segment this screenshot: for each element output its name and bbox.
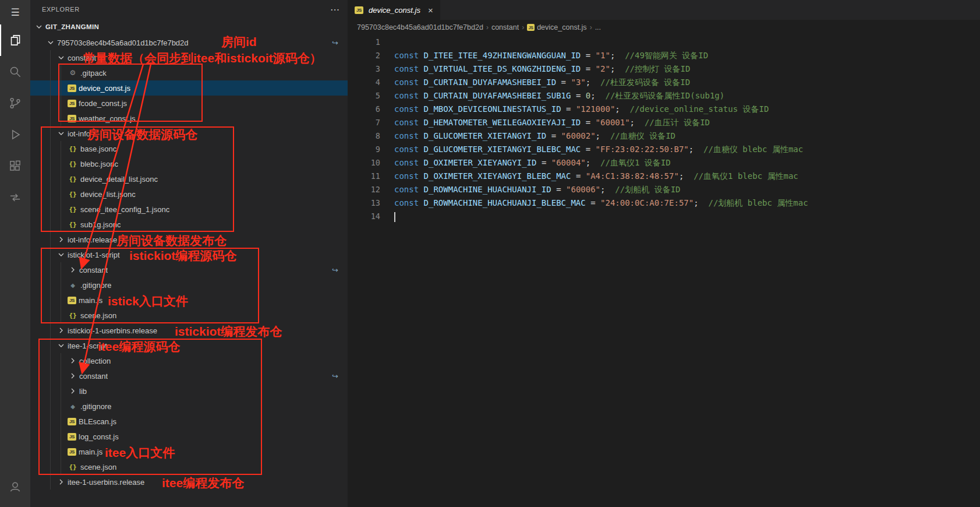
tree-item-label: 795703c8ec4b45a6ad01d1bc7fe7bd2d bbox=[57, 38, 189, 47]
tree-file-.gitignore[interactable]: ◆.gitignore bbox=[30, 399, 348, 414]
tree-file-sub1g.jsonc[interactable]: {}sub1g.jsonc bbox=[30, 217, 348, 232]
js-file-icon: JS bbox=[527, 24, 535, 31]
tree-file-blebc.jsonc[interactable]: {}blebc.jsonc bbox=[30, 156, 348, 171]
json-file-icon: {} bbox=[68, 159, 78, 168]
code-line-8[interactable]: 8const D_GLUCOMETER_XIETANGYI_ID = "6000… bbox=[348, 129, 980, 143]
tree-file-blescan.js[interactable]: JSBLEscan.js bbox=[30, 414, 348, 429]
tree-file-device-detail-list.jsonc[interactable]: {}device_detail_list.jsonc bbox=[30, 171, 348, 186]
account-icon[interactable] bbox=[0, 471, 30, 502]
js-file-icon: JS bbox=[68, 418, 76, 425]
tree-folder-iot-info[interactable]: iot-info bbox=[30, 126, 348, 141]
tree-folder-lib[interactable]: lib bbox=[30, 383, 348, 399]
tree-folder-constant[interactable]: constant bbox=[30, 50, 348, 65]
explorer-icon[interactable] bbox=[0, 24, 30, 56]
tree-file-main.js[interactable]: JSmain.js bbox=[30, 444, 348, 459]
tree-item-label: device_const.js bbox=[79, 84, 130, 93]
code-line-10[interactable]: 10const D_OXIMETER_XIEYANGYI_ID = "60004… bbox=[348, 156, 980, 170]
vscode-window: ☰ EXPLORER ⋯ GIT_ZHANGMIN bbox=[0, 0, 980, 507]
breadcrumb-item[interactable]: 795703c8ec4b45a6ad01d1bc7fe7bd2d bbox=[357, 23, 483, 31]
code-line-12[interactable]: 12const D_ROWMACHINE_HUACHUANJI_ID = "60… bbox=[348, 183, 980, 196]
line-number: 4 bbox=[348, 76, 380, 89]
code-text: const D_MBOX_DEVICEONLINESTATUS_ID = "12… bbox=[394, 103, 769, 116]
code-line-5[interactable]: 5const D_CURTAIN_DUYAFAMASHEBEI_SUB1G = … bbox=[348, 89, 980, 103]
code-text bbox=[394, 210, 395, 223]
chevron-down-icon bbox=[56, 129, 66, 138]
tree-item-label: blebc.jsonc bbox=[80, 160, 118, 168]
code-line-13[interactable]: 13const D_ROWMACHINE_HUACHUANJI_BLEBC_MA… bbox=[348, 196, 980, 210]
tree-file-fcode-const.js[interactable]: JSfcode_const.js bbox=[30, 96, 348, 111]
section-header-git-zhangmin[interactable]: GIT_ZHANGMIN bbox=[30, 19, 348, 35]
tree-item-label: sub1g.jsonc bbox=[80, 220, 121, 229]
line-number: 12 bbox=[348, 183, 380, 196]
source-control-icon[interactable] bbox=[0, 87, 30, 119]
code-line-9[interactable]: 9const D_GLUCOMETER_XIETANGYI_BLEBC_MAC … bbox=[348, 143, 980, 156]
tree-item-label: constant bbox=[79, 372, 108, 381]
tree-item-label: lib bbox=[79, 387, 87, 396]
tree-item-label: collection bbox=[79, 357, 111, 365]
code-line-6[interactable]: 6const D_MBOX_DEVICEONLINESTATUS_ID = "1… bbox=[348, 103, 980, 116]
tab-device-const-js[interactable]: JS device_const.js × bbox=[348, 0, 440, 20]
tree-folder-iot-info.release[interactable]: iot-info.release bbox=[30, 232, 348, 247]
extensions-icon[interactable] bbox=[0, 150, 30, 182]
editor-area: JS device_const.js × 795703c8ec4b45a6ad0… bbox=[348, 0, 980, 507]
text-cursor bbox=[394, 212, 395, 222]
tree-file-device-list.jsonc[interactable]: {}device_list.jsonc bbox=[30, 186, 348, 202]
tree-item-label: istickiot-1-script bbox=[68, 251, 120, 259]
tree-folder-istickiot-1-userbins.release[interactable]: istickiot-1-userbins.release bbox=[30, 323, 348, 338]
breadcrumb-item[interactable]: ... bbox=[595, 23, 601, 31]
js-file-icon: JS bbox=[68, 297, 76, 304]
tree-item-label: istickiot-1-userbins.release bbox=[68, 326, 157, 335]
tree-file-.gitignore[interactable]: ◆.gitignore bbox=[30, 277, 348, 293]
close-icon[interactable]: × bbox=[428, 5, 433, 15]
tree-file-scene.json[interactable]: {}scene.json bbox=[30, 308, 348, 323]
tree-folder-collection[interactable]: collection bbox=[30, 353, 348, 368]
run-debug-icon[interactable] bbox=[0, 119, 30, 150]
remote-explorer-icon[interactable] bbox=[0, 182, 30, 213]
tree-folder-constant[interactable]: constant↪ bbox=[30, 262, 348, 277]
tree-file-scene.json[interactable]: {}scene.json bbox=[30, 459, 348, 474]
code-line-1[interactable]: 1 bbox=[348, 36, 980, 49]
menu-icon[interactable]: ☰ bbox=[0, 0, 30, 24]
tree-item-label: constant bbox=[68, 54, 96, 62]
js-file-icon: JS bbox=[68, 100, 76, 107]
code-line-4[interactable]: 4const D_CURTAIN_DUYAFAMASHEBEI_ID = "3"… bbox=[348, 76, 980, 89]
tree-item-label: scene.json bbox=[80, 463, 116, 471]
breadcrumb-separator-icon: › bbox=[486, 23, 489, 31]
line-number: 5 bbox=[348, 89, 380, 103]
more-actions-icon[interactable]: ⋯ bbox=[330, 4, 339, 15]
code-line-2[interactable]: 2const D_ITEE_ITEE_49ZHINENGWANGGUAN_ID … bbox=[348, 49, 980, 62]
code-editor[interactable]: 12const D_ITEE_ITEE_49ZHINENGWANGGUAN_ID… bbox=[348, 35, 980, 507]
tree-file-base.jsonc[interactable]: {}base.jsonc bbox=[30, 141, 348, 156]
tree-folder-795703c8ec4b45a6ad01d1bc7fe7bd2d[interactable]: 795703c8ec4b45a6ad01d1bc7fe7bd2d↪ bbox=[30, 35, 348, 50]
tree-folder-constant[interactable]: constant↪ bbox=[30, 368, 348, 383]
search-icon[interactable] bbox=[0, 56, 30, 87]
tree-item-label: .gitignore bbox=[80, 281, 111, 290]
chevron-down-icon bbox=[56, 250, 66, 259]
line-number: 14 bbox=[348, 210, 380, 223]
json-file-icon: {} bbox=[68, 311, 78, 320]
line-number: 3 bbox=[348, 62, 380, 76]
activity-bar: ☰ bbox=[0, 0, 30, 507]
code-line-14[interactable]: 14 bbox=[348, 210, 980, 223]
tree-folder-itee-1-script[interactable]: itee-1-script bbox=[30, 338, 348, 353]
explorer-sidebar: EXPLORER ⋯ GIT_ZHANGMIN 795703c8ec4b45a6… bbox=[30, 0, 348, 507]
tree-folder-istickiot-1-script[interactable]: istickiot-1-script bbox=[30, 247, 348, 262]
tree-file-weather-const.js[interactable]: JSweather_const.js bbox=[30, 111, 348, 126]
code-line-11[interactable]: 11const D_OXIMETER_XIEYANGYI_BLEBC_MAC =… bbox=[348, 170, 980, 183]
explorer-header: EXPLORER ⋯ bbox=[30, 0, 348, 19]
tree-item-label: BLEscan.js bbox=[79, 417, 116, 426]
breadcrumb-item[interactable]: constant bbox=[491, 23, 519, 31]
chevron-right-icon bbox=[56, 235, 66, 244]
tree-file-.gitpack[interactable]: ⚙.gitpack bbox=[30, 65, 348, 80]
tree-file-device-const.js[interactable]: JSdevice_const.js bbox=[30, 80, 348, 96]
breadcrumb-item[interactable]: JSdevice_const.js bbox=[527, 23, 586, 31]
tree-folder-itee-1-userbins.release[interactable]: itee-1-userbins.release bbox=[30, 474, 348, 490]
tree-file-main.js[interactable]: JSmain.js bbox=[30, 293, 348, 308]
symlink-arrow-icon: ↪ bbox=[332, 266, 338, 274]
tree-file-log-const.js[interactable]: JSlog_const.js bbox=[30, 429, 348, 444]
code-line-3[interactable]: 3const D_VIRTUAL_ITEE_DS_KONGZHIDENG_ID … bbox=[348, 62, 980, 76]
tree-file-scene-itee-config-1.jsonc[interactable]: {}scene_itee_config_1.jsonc bbox=[30, 202, 348, 217]
code-line-7[interactable]: 7const D_HEMATOMETER_WEILEGAOXIEYAJI_ID … bbox=[348, 116, 980, 129]
line-number: 9 bbox=[348, 143, 380, 156]
breadcrumb-separator-icon: › bbox=[590, 23, 592, 31]
